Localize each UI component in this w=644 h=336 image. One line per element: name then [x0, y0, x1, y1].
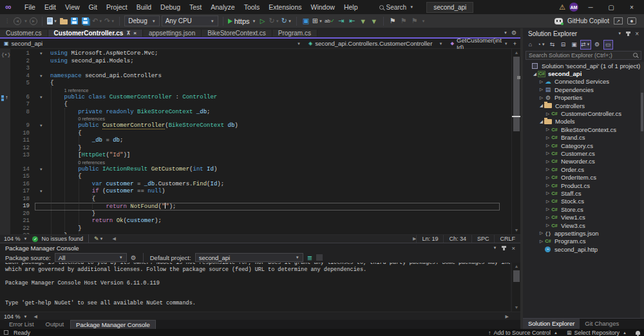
tree-expander-icon[interactable]: ▷ [545, 167, 551, 172]
notification-warning-icon[interactable]: ⚠ [559, 3, 565, 12]
fold-collapse-icon[interactable]: ▼ [40, 188, 43, 196]
tree-item-stock-cs[interactable]: ▷C#Stock.cs [523, 198, 640, 205]
window-layout-button[interactable]: ⊞▼ [312, 15, 323, 27]
tree-item-second-api[interactable]: ◢C#second_api [523, 70, 640, 77]
tree-expander-icon[interactable]: ▷ [545, 207, 551, 212]
tree-item-orderitem-cs[interactable]: ▷C#OrderItem.cs [523, 173, 640, 181]
undo-button[interactable]: ↶▼ [92, 15, 102, 27]
bookmark-button[interactable]: ⚑ [388, 15, 397, 27]
breadcrumb-type[interactable]: ◈ second_api.Controllers.CustomerControl… [305, 39, 447, 48]
menu-debug[interactable]: Debug [156, 0, 185, 14]
split-editor-icon[interactable]: + [513, 41, 516, 47]
tree-expander-icon[interactable]: ▷ [545, 111, 551, 117]
home-scope-icon[interactable]: ⌂ [526, 40, 535, 50]
menu-file[interactable]: File [20, 0, 40, 14]
select-repository-button[interactable]: ⊞ Select Repository ▲ [567, 330, 627, 336]
pin-tab-icon[interactable]: ⊼ [126, 30, 130, 36]
minimize-button[interactable]: ─ [582, 1, 599, 14]
tree-expander-icon[interactable]: ▷ [545, 151, 551, 156]
tree-item-neworder-cs[interactable]: ▷C#Neworder.cs [523, 158, 640, 165]
code-line-1[interactable]: 1{▪}▼using Microsoft.AspNetCore.Mvc; [0, 50, 510, 58]
account-avatar[interactable]: AM [569, 3, 578, 12]
tree-item-view1-cs[interactable]: ▷C#View1.cs [523, 213, 640, 221]
open-folder-button[interactable] [59, 15, 68, 27]
redo-button[interactable]: ↷▼ [104, 15, 115, 27]
document-list-dropdown-icon[interactable]: ▼ [504, 31, 507, 35]
close-panel-icon[interactable]: × [635, 30, 639, 37]
tree-expander-icon[interactable]: ▷ [545, 175, 551, 180]
tree-item-view3-cs[interactable]: ▷C#View3.cs [523, 221, 640, 229]
tree-expander-icon[interactable]: ▷ [545, 159, 551, 164]
console-vertical-scrollbar[interactable]: ▲ ▼ [511, 263, 520, 312]
package-source-settings-gear-icon[interactable]: ⚙ [131, 254, 137, 261]
console-output[interactable]: Each package is licensed to you by its o… [0, 263, 510, 312]
menu-edit[interactable]: Edit [40, 0, 61, 14]
preview-selected-items-icon[interactable]: ▭ [603, 40, 613, 50]
code-line-12[interactable]: 12 } [0, 145, 510, 153]
code-line-6[interactable]: 6▼ public class CustomerController : Con… [0, 94, 510, 102]
tree-expander-icon[interactable]: ▷ [545, 215, 551, 220]
zoom-dropdown-icon[interactable]: ▼ [24, 315, 28, 319]
tree-expander-icon[interactable]: ▷ [538, 79, 544, 84]
switch-views-icon[interactable]: ⇆ [547, 40, 557, 50]
close-button[interactable]: × [623, 1, 640, 14]
tree-item-order-cs[interactable]: ▷C#Order.cs [523, 165, 640, 173]
menu-project[interactable]: Project [102, 0, 132, 14]
panel-title-bar[interactable]: Solution Explorer ▼ × [523, 28, 644, 39]
pin-icon[interactable] [627, 32, 629, 36]
scrollbar-thumb[interactable] [513, 270, 520, 282]
code-line-21[interactable]: 21 return Ok(customer); [0, 218, 510, 225]
tree-vertical-scrollbar[interactable] [640, 62, 644, 319]
tree-item-bikestorecontext-cs[interactable]: ▷C#BikeStoreContext.cs [523, 126, 640, 133]
panel-title-bar[interactable]: Package Manager Console ▼ × [0, 243, 520, 252]
issues-status[interactable]: No issues found [41, 236, 83, 242]
save-all-button[interactable] [81, 15, 90, 27]
codelens-references[interactable]: 0 references [78, 116, 105, 122]
tab-customercontroller-cs[interactable]: CustomerController.cs⊼× [48, 30, 143, 37]
tree-expander-icon[interactable]: ▷ [538, 87, 544, 92]
code-line-8[interactable]: 8 private readonly BikeStoreContext _db; [0, 109, 510, 117]
github-copilot-icon[interactable] [554, 18, 563, 24]
tab-options-gear-icon[interactable]: ⚙ [511, 30, 516, 36]
quick-actions-button[interactable]: ▣ [301, 15, 310, 27]
code-line-18[interactable]: 18 { [0, 196, 510, 203]
menu-analyze[interactable]: Analyze [206, 0, 239, 14]
scroll-up-icon[interactable]: ▲ [512, 49, 521, 57]
close-tab-icon[interactable]: × [133, 30, 137, 36]
attach-process-button[interactable]: ⇤ [348, 15, 357, 27]
editor-vertical-scrollbar[interactable]: ▲ ▼ [511, 49, 520, 234]
menu-git[interactable]: Git [84, 0, 102, 14]
copilot-label[interactable]: GitHub Copilot [567, 17, 609, 24]
navigate-forward-button[interactable]: ▸ [30, 17, 37, 25]
save-button[interactable] [70, 15, 79, 27]
send-feedback-icon[interactable]: ↗ [614, 17, 623, 24]
code-line-4[interactable]: 4▼namespace second_api.Controllers [0, 73, 510, 80]
tree-expander-icon[interactable]: ▷ [538, 95, 544, 100]
tree-item-program-cs[interactable]: ▷C#Program.cs [523, 238, 640, 245]
clear-console-icon[interactable]: ≣ [307, 254, 312, 261]
code-line-7[interactable]: 7 { [0, 101, 510, 109]
tab-program-cs[interactable]: Program.cs [272, 30, 317, 37]
tree-expander-icon[interactable]: ▷ [545, 183, 551, 188]
tree-expander-icon[interactable]: ▷ [538, 230, 544, 236]
tree-item-models[interactable]: ◢Models [523, 118, 640, 126]
new-item-button[interactable]: ▼ [47, 15, 57, 27]
default-project-select[interactable]: second_api▼ [195, 253, 303, 262]
menu-test[interactable]: Test [185, 0, 206, 14]
navigate-back-button[interactable]: ◂ [14, 17, 21, 25]
scroll-left-icon[interactable]: ◀ [113, 236, 116, 241]
tab-customer-cs[interactable]: Customer.cs [0, 30, 48, 37]
tree-expander-icon[interactable]: ▷ [545, 135, 551, 140]
pending-changes-filter-icon[interactable]: ◔▼ [536, 40, 546, 50]
tree-expander-icon[interactable]: ▷ [545, 199, 551, 204]
tree-item-connected-services[interactable]: ▷☁Connected Services [523, 78, 640, 86]
tree-item-second-api-http[interactable]: ⌁second_api.http [523, 245, 640, 253]
codelens-references[interactable]: 1 reference [64, 88, 89, 94]
start-debugging-button[interactable]: https▼ [228, 15, 256, 27]
code-line-22[interactable]: 22 } [0, 225, 510, 233]
solution-search-input[interactable] [526, 51, 641, 60]
code-editor[interactable]: 1{▪}▼using Microsoft.AspNetCore.Mvc;2usi… [0, 49, 520, 234]
tree-item-controllers[interactable]: ◢Controllers [523, 102, 640, 109]
code-line-3[interactable]: 3 [0, 65, 510, 73]
properties-icon[interactable]: ▣ [569, 40, 579, 50]
